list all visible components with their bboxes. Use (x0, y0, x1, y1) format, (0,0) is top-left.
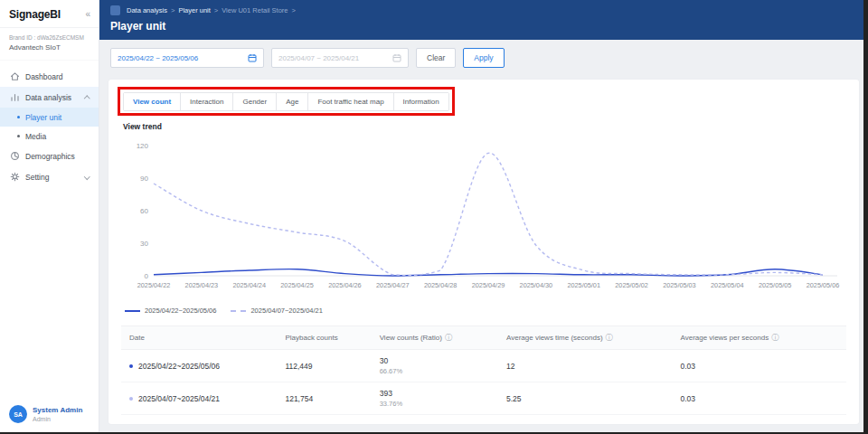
average-views-per-seconds-cell: 0.03 (672, 350, 846, 382)
app-logo: SignageBI (9, 8, 61, 21)
sidebar-item-label: Dashboard (25, 72, 90, 81)
table-row: 2025/04/07~2025/04/21 121,754 393 33.76%… (121, 382, 846, 415)
sidebar-item-player-unit[interactable]: Player unit (0, 108, 99, 127)
dashed-line-swatch (231, 310, 246, 312)
clear-button[interactable]: Clear (416, 48, 456, 68)
series-dot-icon (129, 364, 133, 368)
calendar-icon[interactable] (248, 53, 257, 62)
tab-age[interactable]: Age (277, 93, 308, 110)
sidebar-item-dashboard[interactable]: Dashboard (0, 66, 99, 87)
breadcrumb-item[interactable]: View U01 Retail Store (222, 6, 288, 14)
col-header-view-counts: View counts (Ratio)ⓘ (372, 326, 498, 350)
date-cell: 2025/04/22~2025/05/06 (121, 350, 277, 382)
date-range-value: 2025/04/22 ~ 2025/05/06 (118, 54, 198, 62)
y-tick-label: 0 (145, 272, 149, 280)
col-header-date: Date (121, 326, 277, 350)
x-tick-label: 2025/04/26 (328, 281, 362, 289)
y-tick-label: 90 (140, 175, 148, 183)
bullet-icon (17, 135, 20, 137)
table-row: 2025/04/22~2025/05/06 112,449 30 66.67% … (121, 350, 846, 382)
x-tick-label: 2025/05/05 (759, 281, 792, 289)
view-counts-cell: 30 66.67% (372, 350, 498, 382)
x-tick-label: 2025/04/28 (424, 281, 458, 289)
top-header: Data analysis > Player unit > View U01 R… (99, 0, 868, 40)
sidebar-item-data-analysis[interactable]: Data analysis (0, 87, 99, 108)
sidebar-item-demographics[interactable]: Demographics (0, 146, 99, 166)
series-dot-icon (129, 397, 133, 401)
view-count-value: 393 (380, 389, 490, 398)
legend-label: 2025/04/07~2025/04/21 (250, 307, 322, 315)
x-tick-label: 2025/05/04 (711, 281, 744, 289)
app-root: SignageBI « Brand ID : dWa26ZsECMSM Adva… (0, 0, 868, 434)
x-tick-label: 2025/04/25 (280, 281, 314, 289)
chevron-up-icon (84, 96, 90, 101)
content-card: View count Interaction Gender Age Foot t… (108, 80, 859, 424)
avatar[interactable]: SA (9, 405, 27, 423)
col-header-average-views-per-seconds: Average views per secondsⓘ (672, 326, 846, 350)
user-name: System Admin (33, 406, 82, 414)
breadcrumb-app-icon[interactable] (110, 5, 120, 15)
average-views-time-cell: 5.25 (498, 382, 672, 415)
x-tick-label: 2025/04/23 (185, 281, 219, 289)
col-header-playback-counts: Playback counts (277, 326, 371, 350)
breadcrumb-separator: > (291, 6, 295, 14)
legend-item-compare[interactable]: 2025/04/07~2025/04/21 (231, 307, 322, 315)
x-tick-label: 2025/05/02 (615, 281, 648, 289)
chevron-down-icon (84, 174, 90, 179)
x-tick-label: 2025/04/27 (376, 281, 410, 289)
x-tick-label: 2025/05/06 (807, 281, 840, 289)
info-icon[interactable]: ⓘ (771, 334, 778, 342)
brand-id: Brand ID : dWa26ZsECMSM (9, 34, 90, 41)
sidebar-item-media[interactable]: Media (0, 127, 99, 146)
playback-counts-cell: 112,449 (277, 350, 371, 382)
trend-series-dashed (154, 153, 823, 275)
sidebar-nav: Dashboard Data analysis Player unit Medi… (0, 66, 99, 187)
info-icon[interactable]: ⓘ (445, 334, 452, 342)
user-role: Admin (33, 416, 82, 422)
breadcrumb-item[interactable]: Data analysis (127, 6, 167, 14)
apply-button[interactable]: Apply (463, 48, 504, 68)
scrollbar[interactable] (863, 0, 868, 434)
date-range-value: 2025/04/07 ~ 2025/04/21 (278, 54, 359, 62)
average-views-time-cell: 12 (498, 350, 672, 382)
view-count-value: 30 (380, 356, 490, 365)
tab-gender[interactable]: Gender (233, 93, 277, 110)
sidebar-collapse-icon[interactable]: « (85, 10, 90, 19)
view-counts-cell: 393 33.76% (372, 382, 498, 415)
sidebar-item-label: Demographics (25, 152, 90, 161)
chart-legend: 2025/04/22~2025/05/06 2025/04/07~2025/04… (125, 307, 846, 315)
date-cell: 2025/04/07~2025/04/21 (121, 382, 277, 415)
x-tick-label: 2025/04/30 (520, 281, 553, 289)
tab-information[interactable]: Information (394, 93, 448, 110)
view-trend-chart: 03060901202025/04/222025/04/232025/04/24… (121, 133, 844, 305)
main-content: Data analysis > Player unit > View U01 R… (99, 0, 868, 434)
playback-counts-cell: 121,754 (277, 382, 371, 415)
tab-view-count[interactable]: View count (124, 93, 181, 110)
tab-foot-traffic-heat-map[interactable]: Foot traffic heat map (308, 93, 393, 110)
breadcrumb-item[interactable]: Player unit (178, 6, 210, 14)
legend-item-current[interactable]: 2025/04/22~2025/05/06 (125, 307, 216, 315)
y-tick-label: 120 (137, 142, 149, 150)
x-tick-label: 2025/04/29 (472, 281, 505, 289)
brand-name: Advantech SIoT (9, 43, 90, 52)
x-tick-label: 2025/05/01 (567, 281, 600, 289)
table-header-row: Date Playback counts View counts (Ratio)… (121, 326, 846, 350)
tabs-container: View count Interaction Gender Age Foot t… (123, 91, 449, 111)
average-views-per-seconds-cell: 0.03 (672, 382, 846, 415)
sidebar: SignageBI « Brand ID : dWa26ZsECMSM Adva… (0, 0, 99, 434)
info-icon[interactable]: ⓘ (606, 334, 613, 342)
date-range-input-compare[interactable]: 2025/04/07 ~ 2025/04/21 (271, 48, 409, 68)
breadcrumb: Data analysis > Player unit > View U01 R… (110, 5, 857, 15)
tab-interaction[interactable]: Interaction (181, 93, 233, 110)
y-tick-label: 30 (140, 240, 148, 248)
page-title: Player unit (110, 20, 857, 33)
breadcrumb-separator: > (171, 6, 175, 14)
x-tick-label: 2025/04/22 (137, 281, 171, 289)
sidebar-item-setting[interactable]: Setting (0, 166, 99, 187)
brand-block: Brand ID : dWa26ZsECMSM Advantech SIoT (0, 27, 99, 61)
calendar-icon[interactable] (392, 53, 401, 62)
tab-strip: View count Interaction Gender Age Foot t… (123, 92, 449, 111)
sidebar-header: SignageBI « (0, 0, 99, 27)
date-range-input-current[interactable]: 2025/04/22 ~ 2025/05/06 (110, 48, 264, 68)
x-tick-label: 2025/04/24 (232, 281, 266, 289)
